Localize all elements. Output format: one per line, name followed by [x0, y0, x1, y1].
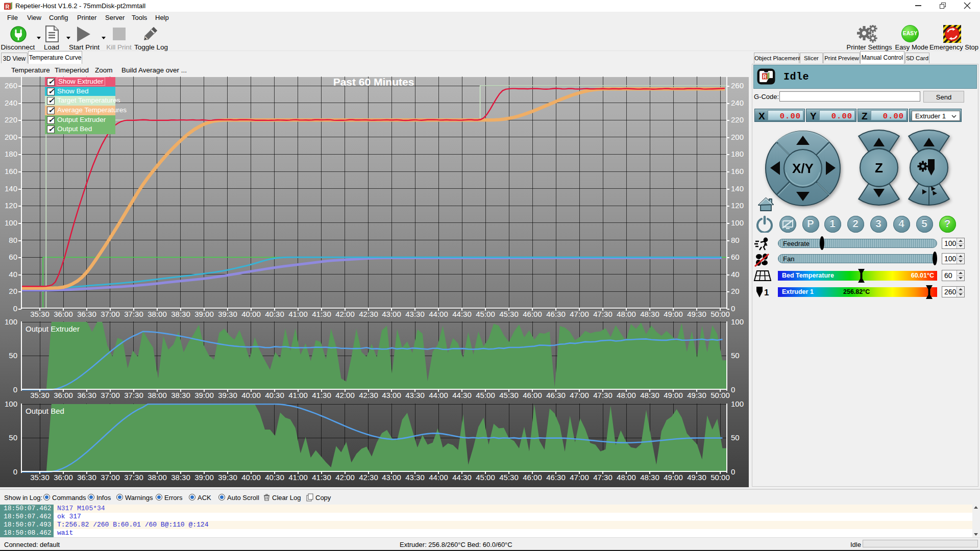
svg-text:R: R	[6, 4, 10, 10]
svg-text:X/Y: X/Y	[792, 161, 814, 176]
svg-text:1: 1	[764, 288, 769, 297]
svg-text:R: R	[763, 74, 767, 80]
svg-text:Z: Z	[875, 160, 883, 176]
